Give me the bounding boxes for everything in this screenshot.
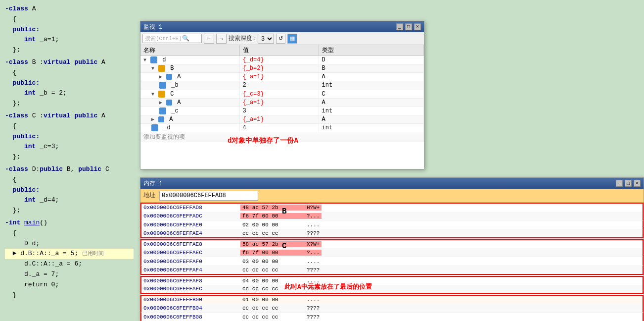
row-name-text: _b — [171, 82, 178, 89]
memory-content: 0x0000006C6FEFFAD8 48 ac 57 2b H?W+ 0x00… — [140, 203, 644, 321]
mem-addr: 0x0000006C6FEFFAE8 — [141, 241, 240, 247]
mem-row: 0x0000006C6FEFFB04 cc cc cc cc ???? — [140, 304, 644, 313]
depth-select[interactable]: 3 1 2 4 5 — [258, 34, 274, 44]
monitor-title: 监视 1 — [143, 23, 162, 31]
mem-row: 0x0000006C6FEFFB08 cc cc cc cc ???? — [140, 313, 644, 321]
mem-addr: 0x0000006C6FEFFB04 — [141, 305, 240, 311]
addr-label: 地址 — [143, 191, 155, 200]
row-type: C — [319, 90, 424, 98]
row-value: 4 — [239, 123, 319, 132]
expand-arrow[interactable]: ▶ — [159, 100, 165, 106]
mem-minimize-button[interactable]: _ — [616, 180, 623, 187]
table-row: ▶ A {_a=1} A — [140, 115, 424, 123]
row-name: _b — [140, 81, 239, 90]
mem-hex: 01 00 00 00 — [240, 297, 305, 303]
row-name-text: C — [170, 91, 174, 98]
mem-row: 0x0000006C6FEFFADC f6 7f 00 00 ?... — [140, 212, 644, 220]
mem-ascii: X?W+ — [305, 241, 322, 247]
obj-icon — [158, 91, 165, 98]
row-name: _c — [140, 107, 239, 115]
row-value: {_a=1} — [239, 73, 319, 81]
mem-hex: cc cc cc cc — [240, 230, 305, 236]
mem-row: 0x0000006C6FEFFAEC f6 7f 00 00 ?... — [140, 248, 644, 257]
mem-hex: 02 00 00 00 — [240, 222, 305, 228]
col-value: 值 — [239, 45, 319, 56]
close-button[interactable]: × — [414, 23, 421, 30]
col-type: 类型 — [319, 45, 424, 56]
field-icon — [159, 107, 166, 114]
search-back-button[interactable]: ← — [204, 34, 214, 44]
table-row: ▼ C {_c=3} C — [140, 90, 424, 98]
table-row: ▶ A {_a=1} A — [140, 98, 424, 107]
table-row: ▶ A {_a=1} A — [140, 73, 424, 81]
row-value: {_a=1} — [239, 115, 319, 123]
memory-toolbar: 地址 — [140, 189, 644, 203]
depth-label: 搜索深度: — [229, 34, 256, 43]
row-value: {_d=4} — [239, 56, 319, 64]
mem-row: 0x0000006C6FEFFAFC cc cc cc cc ???? — [140, 285, 644, 294]
addr-input[interactable] — [159, 191, 258, 201]
memory-annotation: 此时A中元素放在了最后的位置 — [284, 282, 372, 291]
search-placeholder: 搜索(Ctrl+E) — [145, 35, 182, 42]
mem-ascii: ???? — [305, 305, 322, 311]
mem-addr: 0x0000006C6FEFFADC — [141, 213, 240, 219]
row-name-text: B — [170, 65, 174, 72]
titlebar-buttons[interactable]: _ □ × — [396, 23, 421, 30]
memory-window: 内存 1 _ □ × 地址 0x0000006C6FEFFAD8 48 ac 5… — [140, 177, 644, 321]
mem-row: 0x0000006C6FEFFAE8 58 ac 57 2b X?W+ — [140, 239, 644, 248]
expand-arrow[interactable]: ▶ — [159, 74, 165, 80]
table-row: ▼ d {_d=4} D — [140, 56, 424, 64]
table-button[interactable]: ▦ — [287, 34, 297, 44]
mem-addr: 0x0000006C6FEFFAFC — [141, 286, 240, 292]
mem-addr: 0x0000006C6FEFFAF8 — [141, 278, 240, 284]
mem-ascii: .... — [305, 222, 322, 228]
row-name-text: A — [177, 99, 181, 106]
row-name: ▼ C — [140, 90, 239, 98]
table-row: _d 4 int — [140, 123, 424, 132]
expand-arrow[interactable]: ▶ — [151, 117, 157, 122]
mem-ascii: ???? — [305, 230, 322, 236]
row-name-text: _d — [163, 124, 170, 131]
mem-hex: cc cc cc cc — [240, 267, 305, 273]
expand-arrow[interactable]: ▼ — [151, 66, 157, 71]
mem-hex: 48 ac 57 2b — [240, 205, 305, 211]
mem-ascii: ?... — [305, 213, 322, 219]
mem-maximize-button[interactable]: □ — [625, 180, 632, 187]
row-name: ▶ A — [140, 115, 239, 123]
row-name: ▼ d — [140, 56, 239, 64]
row-type: int — [319, 123, 424, 132]
memory-titlebar-buttons[interactable]: _ □ × — [616, 180, 641, 187]
row-name: ▼ B — [140, 64, 239, 73]
mem-addr: 0x0000006C6FEFFAF0 — [141, 259, 240, 265]
mem-row: 0x0000006C6FEFFAD8 48 ac 57 2b H?W+ — [140, 203, 644, 212]
expand-arrow[interactable]: ▼ — [151, 92, 157, 97]
table-row: _b 2 int — [140, 81, 424, 90]
monitor-table: 名称 值 类型 ▼ d {_d=4} D — [140, 45, 424, 142]
table-row: _c 3 int — [140, 107, 424, 115]
refresh-button[interactable]: ↺ — [276, 34, 285, 44]
row-value: 3 — [239, 107, 319, 115]
expand-arrow[interactable]: ▼ — [143, 57, 149, 63]
row-name-text: A — [169, 116, 173, 123]
obj-icon — [150, 56, 157, 63]
row-value: {_b=2} — [239, 64, 319, 73]
section-b-label: B — [282, 207, 287, 216]
mem-ascii: .... — [305, 259, 322, 265]
obj-icon — [166, 74, 172, 80]
mem-hex: cc cc cc cc — [240, 305, 305, 311]
row-type: A — [319, 115, 424, 123]
mem-addr: 0x0000006C6FEFFAE0 — [141, 222, 240, 228]
row-type: int — [319, 81, 424, 90]
mem-ascii: ???? — [305, 314, 322, 320]
monitor-toolbar: 搜索(Ctrl+E) 🔍 ← → 搜索深度: 3 1 2 4 5 ↺ ▦ — [140, 32, 424, 45]
mem-hex: 58 ac 57 2b — [240, 241, 305, 247]
mem-addr: 0x0000006C6FEFFAF4 — [141, 267, 240, 273]
minimize-button[interactable]: _ — [396, 23, 403, 30]
mem-close-button[interactable]: × — [634, 180, 641, 187]
maximize-button[interactable]: □ — [405, 23, 412, 30]
mem-addr: 0x0000006C6FEFFB08 — [141, 314, 240, 320]
search-box[interactable]: 搜索(Ctrl+E) 🔍 — [142, 34, 202, 43]
mem-row: 0x0000006C6FEFFAF4 cc cc cc cc ???? — [140, 266, 644, 275]
row-type: B — [319, 64, 424, 73]
search-forward-button[interactable]: → — [216, 34, 227, 44]
